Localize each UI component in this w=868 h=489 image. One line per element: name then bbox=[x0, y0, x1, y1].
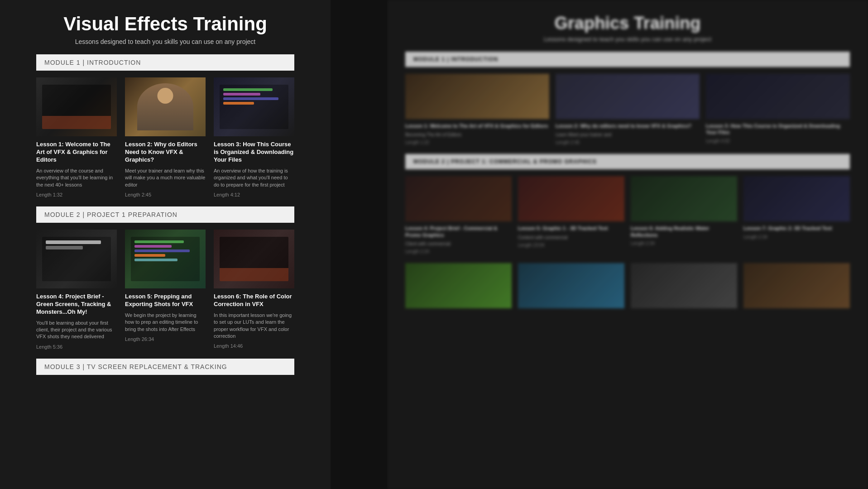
module-1-label: MODULE 1 bbox=[44, 59, 81, 66]
lesson-1-thumb bbox=[36, 77, 117, 136]
g-lesson-2-thumb bbox=[556, 74, 700, 119]
lesson-2-card[interactable]: Lesson 2: Why do Editors Need to Know VF… bbox=[125, 77, 206, 197]
g-lesson-2-desc: Learn Meet your trainer and bbox=[556, 132, 700, 138]
g-lesson-5-length: Length 23:04 bbox=[518, 243, 624, 248]
g-bottom-4-thumb bbox=[743, 263, 850, 308]
module-3-label: MODULE 3 bbox=[44, 363, 81, 370]
g-lesson-6-length: Length 2:34 bbox=[631, 241, 737, 246]
lesson-5-length: Length 26:34 bbox=[125, 336, 206, 342]
g-lesson-3-length: Length 4:02 bbox=[706, 139, 850, 144]
module-3-title: | TV SCREEN REPLACEMENT & TRACKING bbox=[82, 363, 227, 370]
g-lesson-6-thumb bbox=[631, 176, 737, 221]
lesson-4-thumb bbox=[36, 230, 117, 288]
lesson-6-card[interactable]: Lesson 6: The Role of Color Correction i… bbox=[214, 230, 294, 350]
vfx-title: Visual Effects Training bbox=[9, 14, 321, 34]
g-lesson-2-title: Lesson 2: Why do editors need to know VF… bbox=[556, 123, 700, 129]
lesson-1-title: Lesson 1: Welcome to The Art of VFX & Gr… bbox=[36, 141, 117, 164]
g-bottom-1-thumb bbox=[405, 263, 512, 308]
lesson-4-card[interactable]: Lesson 4: Project Brief - Green Screens,… bbox=[36, 230, 117, 350]
module-2-label: MODULE 2 bbox=[44, 211, 81, 218]
g-lesson-7[interactable]: Lesson 7: Graphic 2: 3D Tracked Text Len… bbox=[743, 176, 850, 254]
graphics-header: Graphics Training Lessons designed to te… bbox=[387, 0, 868, 52]
g-bottom-2[interactable] bbox=[518, 263, 624, 312]
lesson-5-title: Lesson 5: Prepping and Exporting Shots f… bbox=[125, 293, 206, 308]
lesson-1-card[interactable]: Lesson 1: Welcome to The Art of VFX & Gr… bbox=[36, 77, 117, 197]
g-lesson-4-length: Length 2:24 bbox=[405, 249, 512, 254]
g-lesson-1-thumb bbox=[405, 74, 549, 119]
g-bottom-3[interactable] bbox=[631, 263, 737, 312]
g-lesson-1[interactable]: Lesson 1: Welcome to The Art of VFX & Gr… bbox=[405, 74, 549, 145]
lesson-5-thumb bbox=[125, 230, 206, 288]
g-module-1-section: MODULE 1 | INTRODUCTION Lesson 1: Welcom… bbox=[405, 52, 850, 145]
g-module-1-header: MODULE 1 | INTRODUCTION bbox=[405, 52, 850, 67]
g-lesson-2[interactable]: Lesson 2: Why do editors need to know VF… bbox=[556, 74, 700, 145]
g-lesson-7-thumb bbox=[743, 176, 850, 221]
module-1-title: | INTRODUCTION bbox=[82, 59, 141, 66]
g-bottom-lessons bbox=[405, 263, 850, 312]
lesson-6-title: Lesson 6: The Role of Color Correction i… bbox=[214, 293, 294, 308]
g-module-2-lessons: Lesson 4: Project Brief - Commercial & P… bbox=[405, 176, 850, 254]
g-bottom-2-thumb bbox=[518, 263, 624, 308]
g-lesson-1-length: Length 1:22 bbox=[405, 140, 549, 145]
graphics-training-panel: Graphics Training Lessons designed to te… bbox=[387, 0, 868, 489]
graphics-subtitle: Lessons designed to teach you skills you… bbox=[396, 36, 859, 43]
lesson-2-thumb bbox=[125, 77, 206, 136]
lesson-5-card[interactable]: Lesson 5: Prepping and Exporting Shots f… bbox=[125, 230, 206, 350]
lesson-6-desc: In this important lesson we're going to … bbox=[214, 312, 294, 340]
g-bottom-thumbs bbox=[405, 263, 850, 312]
panel-gap bbox=[331, 0, 387, 489]
lesson-2-length: Length 2:45 bbox=[125, 192, 206, 197]
lesson-3-card[interactable]: Lesson 3: How This Course is Organized &… bbox=[214, 77, 294, 197]
lesson-3-desc: An overview of how the training is organ… bbox=[214, 168, 294, 188]
lesson-3-title: Lesson 3: How This Course is Organized &… bbox=[214, 141, 294, 164]
g-module-2-label: MODULE 2 bbox=[413, 158, 445, 165]
g-lesson-1-desc: Becoming The Art of Editors bbox=[405, 132, 549, 138]
lesson-5-desc: We begin the project by learning how to … bbox=[125, 312, 206, 333]
g-bottom-1[interactable] bbox=[405, 263, 512, 312]
module-1-header: MODULE 1 | INTRODUCTION bbox=[36, 54, 294, 71]
module-1-lessons: Lesson 1: Welcome to The Art of VFX & Gr… bbox=[36, 77, 294, 197]
g-lesson-5-thumb bbox=[518, 176, 624, 221]
vfx-header: Visual Effects Training Lessons designed… bbox=[0, 0, 331, 54]
lesson-3-length: Length 4:12 bbox=[214, 192, 294, 197]
module-3-section: MODULE 3 | TV SCREEN REPLACEMENT & TRACK… bbox=[36, 359, 294, 375]
g-lesson-4-desc: Client with commercial bbox=[405, 241, 512, 247]
g-bottom-3-thumb bbox=[631, 263, 737, 308]
module-2-section: MODULE 2 | PROJECT 1 PREPARATION Lesson … bbox=[36, 206, 294, 350]
g-lesson-7-length: Length 2:34 bbox=[743, 235, 850, 240]
g-lesson-7-title: Lesson 7: Graphic 2: 3D Tracked Text bbox=[743, 225, 850, 231]
lesson-1-length: Length 1:32 bbox=[36, 192, 117, 197]
module-1-section: MODULE 1 | INTRODUCTION Lesson 1: Welcom… bbox=[36, 54, 294, 197]
g-lesson-4-thumb bbox=[405, 176, 512, 221]
lesson-4-length: Length 5:36 bbox=[36, 344, 117, 350]
g-module-1-lessons: Lesson 1: Welcome to The Art of VFX & Gr… bbox=[405, 74, 850, 145]
lesson-1-desc: An overview of the course and everything… bbox=[36, 168, 117, 188]
g-module-2-header: MODULE 2 | PROJECT 1: COMMERCIAL & PROMO… bbox=[405, 154, 850, 169]
lesson-3-thumb bbox=[214, 77, 294, 136]
module-2-header: MODULE 2 | PROJECT 1 PREPARATION bbox=[36, 206, 294, 223]
g-lesson-5-desc: Content with commercial bbox=[518, 235, 624, 240]
g-lesson-4[interactable]: Lesson 4: Project Brief - Commercial & P… bbox=[405, 176, 512, 254]
graphics-title: Graphics Training bbox=[396, 14, 859, 33]
vfx-training-panel: Visual Effects Training Lessons designed… bbox=[0, 0, 331, 489]
g-lesson-5-title: Lesson 5: Graphic 1 - 3D Tracked Text bbox=[518, 225, 624, 231]
module-2-title: | PROJECT 1 PREPARATION bbox=[82, 211, 177, 218]
lesson-2-desc: Meet your trainer and learn why this wil… bbox=[125, 168, 206, 188]
g-lesson-6-title: Lesson 6: Adding Realistic Water Reflect… bbox=[631, 225, 737, 238]
g-lesson-6[interactable]: Lesson 6: Adding Realistic Water Reflect… bbox=[631, 176, 737, 254]
g-lesson-4-title: Lesson 4: Project Brief - Commercial & P… bbox=[405, 225, 512, 238]
g-lesson-3-title: Lesson 3: How This Course is Organized &… bbox=[706, 123, 850, 136]
vfx-subtitle: Lessons designed to teach you skills you… bbox=[9, 38, 321, 45]
g-bottom-4[interactable] bbox=[743, 263, 850, 312]
g-lesson-2-length: Length 2:46 bbox=[556, 140, 700, 145]
module-3-header: MODULE 3 | TV SCREEN REPLACEMENT & TRACK… bbox=[36, 359, 294, 375]
g-module-2-section: MODULE 2 | PROJECT 1: COMMERCIAL & PROMO… bbox=[405, 154, 850, 254]
g-lesson-5[interactable]: Lesson 5: Graphic 1 - 3D Tracked Text Co… bbox=[518, 176, 624, 254]
module-2-lessons: Lesson 4: Project Brief - Green Screens,… bbox=[36, 230, 294, 350]
lesson-6-length: Length 14:46 bbox=[214, 343, 294, 349]
g-lesson-3[interactable]: Lesson 3: How This Course is Organized &… bbox=[706, 74, 850, 145]
lesson-4-title: Lesson 4: Project Brief - Green Screens,… bbox=[36, 293, 117, 316]
g-module-1-label: MODULE 1 bbox=[413, 56, 445, 62]
g-lesson-1-title: Lesson 1: Welcome to The Art of VFX & Gr… bbox=[405, 123, 549, 129]
lesson-6-thumb bbox=[214, 230, 294, 288]
